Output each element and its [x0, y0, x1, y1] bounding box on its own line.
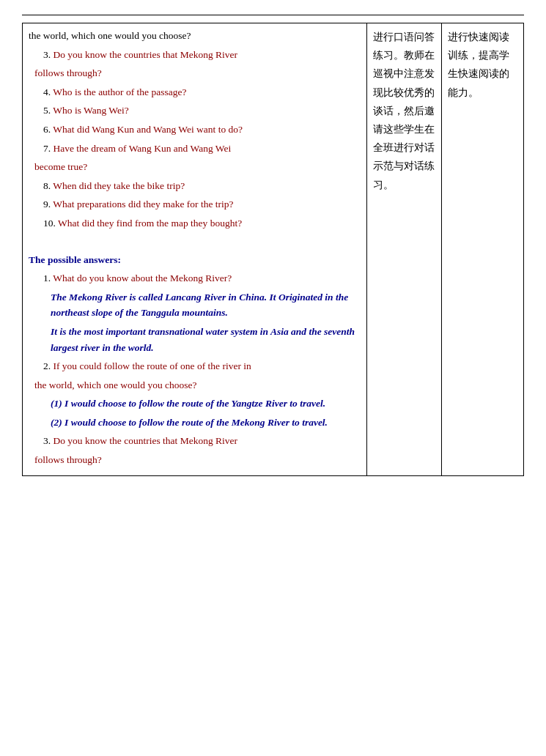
answer-1-part1: The Mekong River is called Lancang River… — [29, 289, 361, 321]
q4-text: Who is the author of the passage? — [53, 86, 186, 97]
answer-2-part1: (1) I would choose to follow the route o… — [29, 396, 361, 412]
question-10: 10. What did they find from the map they… — [29, 215, 361, 231]
question-6: 6. What did Wang Kun and Wang Wei want t… — [29, 122, 361, 138]
q7-cont: become true? — [29, 159, 361, 175]
question-9: 9. What preparations did they make for t… — [29, 196, 361, 212]
answer-2-q-cont: the world, which one would you choose? — [29, 377, 361, 393]
spacer — [29, 234, 361, 245]
question-7: 7. Have the dream of Wang Kun and Wang W… — [29, 141, 361, 157]
q10-text: What did they find from the map they bou… — [58, 218, 242, 229]
q5-num: 5. — [43, 105, 53, 116]
q8-num: 8. — [43, 180, 53, 191]
answer-2-q: 2. If you could follow the route of one … — [29, 358, 361, 374]
q8-text: When did they take the bike trip? — [53, 180, 185, 191]
answer-3-q: 3. Do you know the countries that Mekong… — [29, 433, 361, 449]
chinese-cell-2: 进行快速阅读训练，提高学生快速阅读的能力。 — [441, 23, 523, 476]
answer-1-part2: It is the most important transnational w… — [29, 324, 361, 355]
main-table: the world, which one would you choose? 3… — [22, 23, 524, 476]
question-3: 3. Do you know the countries that Mekong… — [29, 47, 361, 63]
question-8: 8. When did they take the bike trip? — [29, 178, 361, 194]
q3-num: 3. — [43, 49, 54, 60]
answer-1-q: 1. What do you know about the Mekong Riv… — [29, 270, 361, 286]
top-line — [22, 15, 524, 15]
table-row: the world, which one would you choose? 3… — [23, 23, 524, 476]
q7-text: Have the dream of Wang Kun and Wang Wei — [54, 143, 232, 154]
q6-text: What did Wang Kun and Wang Wei want to d… — [53, 124, 243, 135]
q4-num: 4. — [43, 86, 53, 97]
chinese-cell-1: 进行口语问答练习。教师在巡视中注意发现比较优秀的谈话，然后邀请这些学生在全班进行… — [366, 23, 441, 476]
question-4: 4. Who is the author of the passage? — [29, 84, 361, 100]
q6-num: 6. — [43, 124, 53, 135]
q3-text: Do you know the countries that Mekong Ri… — [54, 49, 238, 60]
q7-num: 7. — [43, 143, 54, 154]
q3-cont: follows through? — [29, 65, 361, 81]
q5-text: Who is Wang Wei? — [53, 105, 128, 116]
q9-text: What preparations did they make for the … — [53, 199, 233, 210]
answer-2-part2: (2) I would choose to follow the route o… — [29, 415, 361, 431]
possible-answers-heading: The possible answers: — [29, 252, 361, 268]
chinese-text-1: 进行口语问答练习。教师在巡视中注意发现比较优秀的谈话，然后邀请这些学生在全班进行… — [373, 32, 435, 190]
intro-line: the world, which one would you choose? — [29, 28, 361, 44]
chinese-text-2: 进行快速阅读训练，提高学生快速阅读的能力。 — [448, 32, 509, 98]
q10-num: 10. — [43, 218, 58, 229]
content-cell: the world, which one would you choose? 3… — [23, 23, 367, 476]
question-5: 5. Who is Wang Wei? — [29, 103, 361, 119]
page-container: the world, which one would you choose? 3… — [0, 0, 546, 756]
answer-3-q-cont: follows through? — [29, 452, 361, 468]
q9-num: 9. — [43, 199, 53, 210]
